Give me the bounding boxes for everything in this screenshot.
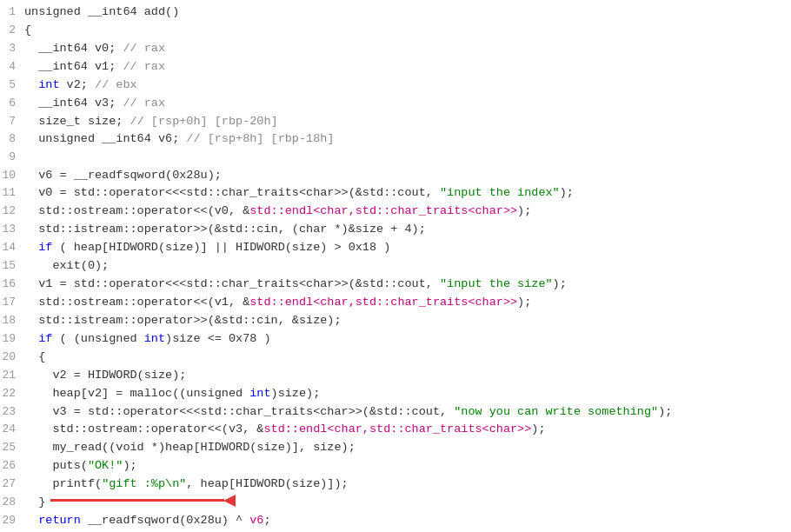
line-number: 18 [0, 312, 24, 329]
line-code: exit(0); [24, 257, 791, 276]
code-line: 25 my_read((void *)heap[HIDWORD(size)], … [0, 439, 791, 457]
line-number: 21 [0, 367, 24, 384]
line-code: unsigned __int64 v6; // [rsp+8h] [rbp-18… [24, 130, 791, 149]
line-number: 27 [0, 475, 24, 493]
code-line: 26 puts("OK!"); [0, 457, 791, 475]
line-code: int v2; // ebx [24, 76, 791, 95]
code-line: 12 std::ostream::operator<<(v0, &std::en… [0, 203, 791, 221]
code-line: 8 unsigned __int64 v6; // [rsp+8h] [rbp-… [0, 130, 791, 149]
code-view: 1unsigned __int64 add()2{3 __int64 v0; /… [0, 0, 791, 532]
code-line: 17 std::ostream::operator<<(v1, &std::en… [0, 294, 791, 312]
line-number: 12 [0, 203, 24, 220]
line-number: 15 [0, 257, 24, 275]
line-number: 8 [0, 130, 24, 148]
line-number: 17 [0, 294, 24, 311]
code-line: 27 printf("gift :%p\n", heap[HIDWORD(siz… [0, 475, 791, 494]
line-code: unsigned __int64 add() [24, 3, 791, 22]
line-number: 2 [0, 22, 24, 39]
line-number: 6 [0, 95, 24, 112]
line-number: 24 [0, 421, 24, 438]
line-number: 9 [0, 149, 24, 166]
line-number: 11 [0, 184, 24, 202]
line-code: std::ostream::operator<<(v0, &std::endl<… [24, 203, 791, 221]
code-line: 4 __int64 v1; // rax [0, 58, 791, 76]
line-code: heap[v2] = malloc((unsigned int)size); [24, 385, 791, 403]
line-number: 25 [0, 439, 24, 456]
line-code: { [24, 22, 791, 40]
code-line: 18 std::istream::operator>>(&std::cin, &… [0, 312, 791, 330]
code-line: 29 return __readfsqword(0x28u) ^ v6; [0, 512, 791, 530]
line-code: size_t size; // [rsp+0h] [rbp-20h] [24, 113, 791, 131]
line-code: v3 = std::operator<<<std::char_traits<ch… [24, 403, 791, 422]
line-number: 14 [0, 239, 24, 256]
code-line: 3 __int64 v0; // rax [0, 40, 791, 58]
code-line: 10 v6 = __readfsqword(0x28u); [0, 167, 791, 185]
line-number: 29 [0, 512, 24, 529]
line-code: __int64 v1; // rax [24, 58, 791, 76]
code-line: 7 size_t size; // [rsp+0h] [rbp-20h] [0, 113, 791, 131]
line-code: if ( (unsigned int)size <= 0x78 ) [24, 330, 791, 349]
code-line: 9 [0, 149, 791, 166]
line-number: 3 [0, 40, 24, 57]
code-line: 5 int v2; // ebx [0, 76, 791, 95]
line-code: std::ostream::operator<<(v3, &std::endl<… [24, 421, 791, 439]
code-line: 20 { [0, 349, 791, 367]
line-number: 4 [0, 58, 24, 76]
line-number: 19 [0, 330, 24, 348]
line-code: std::istream::operator>>(&std::cin, (cha… [24, 221, 791, 239]
line-code: v2 = HIDWORD(size); [24, 367, 791, 385]
code-line: 19 if ( (unsigned int)size <= 0x78 ) [0, 330, 791, 349]
code-line: 1unsigned __int64 add() [0, 3, 791, 22]
line-number: 26 [0, 457, 24, 475]
code-line: 21 v2 = HIDWORD(size); [0, 367, 791, 385]
line-code: std::ostream::operator<<(v1, &std::endl<… [24, 294, 791, 312]
code-line: 11 v0 = std::operator<<<std::char_traits… [0, 184, 791, 203]
code-line: 2{ [0, 22, 791, 40]
line-code: if ( heap[HIDWORD(size)] || HIDWORD(size… [24, 239, 791, 257]
code-line: 15 exit(0); [0, 257, 791, 276]
line-number: 16 [0, 276, 24, 293]
line-code: { [24, 349, 791, 367]
line-number: 10 [0, 167, 24, 184]
annotation-arrow [50, 495, 236, 507]
line-number: 13 [0, 221, 24, 238]
line-code: return __readfsqword(0x28u) ^ v6; [24, 512, 791, 530]
code-line: 24 std::ostream::operator<<(v3, &std::en… [0, 421, 791, 439]
line-code: v1 = std::operator<<<std::char_traits<ch… [24, 276, 791, 294]
line-number: 5 [0, 76, 24, 94]
code-line: 22 heap[v2] = malloc((unsigned int)size)… [0, 385, 791, 403]
line-code: __int64 v0; // rax [24, 40, 791, 58]
line-code: printf("gift :%p\n", heap[HIDWORD(size)]… [24, 475, 791, 494]
line-number: 23 [0, 403, 24, 421]
line-code: std::istream::operator>>(&std::cin, &siz… [24, 312, 791, 330]
line-code: v0 = std::operator<<<std::char_traits<ch… [24, 184, 791, 203]
line-code: __int64 v3; // rax [24, 95, 791, 113]
code-line: 14 if ( heap[HIDWORD(size)] || HIDWORD(s… [0, 239, 791, 257]
line-number: 28 [0, 494, 24, 511]
code-line: 23 v3 = std::operator<<<std::char_traits… [0, 403, 791, 422]
line-number: 7 [0, 113, 24, 130]
line-code: my_read((void *)heap[HIDWORD(size)], siz… [24, 439, 791, 457]
code-line: 13 std::istream::operator>>(&std::cin, (… [0, 221, 791, 239]
line-code: v6 = __readfsqword(0x28u); [24, 167, 791, 185]
line-code: puts("OK!"); [24, 457, 791, 475]
line-number: 1 [0, 3, 24, 21]
code-line: 16 v1 = std::operator<<<std::char_traits… [0, 276, 791, 294]
line-number: 20 [0, 349, 24, 366]
line-number: 22 [0, 385, 24, 402]
code-line: 6 __int64 v3; // rax [0, 95, 791, 113]
